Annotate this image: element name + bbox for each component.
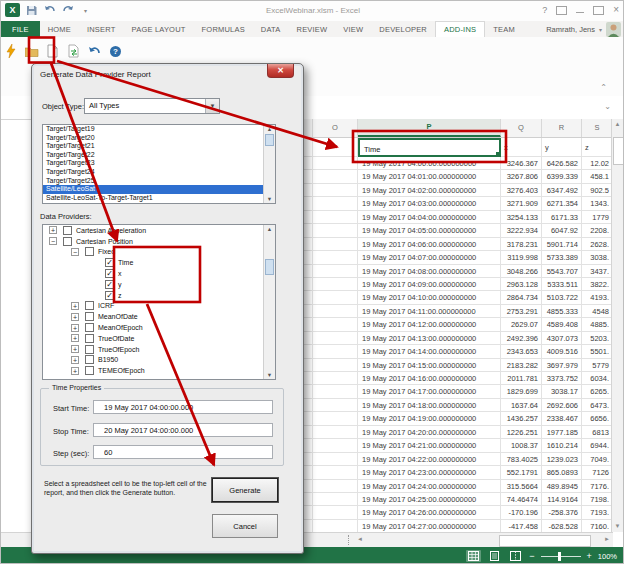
cell-time[interactable]: 19 May 2017 04:24:00.000000000: [358, 480, 501, 493]
cell-z[interactable]: 12.02: [582, 157, 613, 170]
cell[interactable]: [313, 385, 358, 398]
cell-y[interactable]: 4009.516: [542, 345, 582, 358]
tab-add-ins[interactable]: ADD-INS: [435, 21, 485, 37]
checkbox-meanofdate[interactable]: [85, 312, 94, 321]
zoom-slider[interactable]: [541, 556, 581, 557]
list-item-target-target22[interactable]: Target/Target22: [43, 151, 275, 160]
cell-y[interactable]: 5333.511: [542, 278, 582, 291]
checkbox-cartesian-position[interactable]: [63, 237, 72, 246]
cell-z[interactable]: 7176.: [582, 480, 613, 493]
expand-icon[interactable]: +: [49, 226, 57, 234]
checkbox-trueofdate[interactable]: [85, 334, 94, 343]
tab-insert[interactable]: INSERT: [79, 21, 124, 37]
page-layout-view-icon[interactable]: [487, 550, 502, 562]
dropdown-arrow-icon[interactable]: ▼: [205, 99, 219, 113]
minimize-icon[interactable]: [576, 12, 584, 13]
cell-x[interactable]: 783.4025: [501, 453, 542, 466]
cell-time[interactable]: 19 May 2017 04:21:00.000000000: [358, 439, 501, 452]
tree-scrollbar[interactable]: ▲ ▼: [263, 225, 275, 379]
cell-z[interactable]: 7049.: [582, 453, 613, 466]
tab-home[interactable]: HOME: [40, 21, 79, 37]
cell[interactable]: [313, 318, 358, 331]
list-item-target-target25[interactable]: Target/Target25: [43, 177, 275, 186]
listbox-scroll-thumb[interactable]: [265, 134, 274, 146]
cell-x[interactable]: 74.46474: [501, 493, 542, 506]
list-item-target-target20[interactable]: Target/Target20: [43, 134, 275, 143]
cell[interactable]: [313, 493, 358, 506]
cell-time[interactable]: 19 May 2017 04:03:00.000000000: [358, 197, 501, 210]
cell[interactable]: [313, 332, 358, 345]
data-providers-tree[interactable]: +Cartesian Acceleration−Cartesian Positi…: [42, 224, 276, 380]
cell-y[interactable]: 6047.92: [542, 224, 582, 237]
cell-x[interactable]: 552.1791: [501, 466, 542, 479]
selected-cell-time-header[interactable]: Time: [358, 138, 501, 157]
cell-x[interactable]: 3178.231: [501, 238, 542, 251]
tab-data[interactable]: DATA: [253, 21, 289, 37]
cell-x[interactable]: 3246.367: [501, 157, 542, 170]
list-item-target-target19[interactable]: Target/Target19: [43, 125, 275, 134]
cell-y[interactable]: 1977.185: [542, 426, 582, 439]
cell[interactable]: [313, 157, 358, 170]
tree-item-fixed[interactable]: −Fixed: [43, 247, 275, 258]
cell[interactable]: [313, 291, 358, 304]
cell[interactable]: [313, 224, 358, 237]
cell-time[interactable]: 19 May 2017 04:20:00.000000000: [358, 426, 501, 439]
cell-y[interactable]: 489.8945: [542, 480, 582, 493]
cell-x[interactable]: 1829.699: [501, 385, 542, 398]
collapse-icon[interactable]: −: [71, 248, 79, 256]
cell-y[interactable]: 5733.389: [542, 251, 582, 264]
cell[interactable]: [313, 359, 358, 372]
checkbox-b1950[interactable]: [85, 355, 94, 364]
cell-time[interactable]: 19 May 2017 04:25:00.000000000: [358, 493, 501, 506]
cell-z[interactable]: 4548: [582, 305, 613, 318]
cell-x[interactable]: 3119.998: [501, 251, 542, 264]
collapse-icon[interactable]: −: [49, 237, 57, 245]
cell[interactable]: [313, 345, 358, 358]
cell[interactable]: [313, 480, 358, 493]
cell-time[interactable]: 19 May 2017 04:26:00.000000000: [358, 506, 501, 519]
checkbox-y[interactable]: ✓: [105, 280, 114, 289]
cell-z[interactable]: 2208.: [582, 224, 613, 237]
cell-y[interactable]: 114.9164: [542, 493, 582, 506]
cell-time[interactable]: 19 May 2017 04:12:00.000000000: [358, 318, 501, 331]
list-item-satellite-leosat-to-target-target1[interactable]: Satellite-LeoSat-To-Target-Target1: [43, 194, 275, 203]
tree-item-icrf[interactable]: +ICRF: [43, 301, 275, 312]
tab-team[interactable]: TEAM: [485, 21, 523, 37]
cell-x[interactable]: 2864.734: [501, 291, 542, 304]
cell-z[interactable]: 3822.: [582, 278, 613, 291]
cell[interactable]: [313, 305, 358, 318]
zoom-in-icon[interactable]: +: [587, 552, 592, 561]
zoom-level[interactable]: 100%: [598, 552, 617, 561]
cell[interactable]: [313, 197, 358, 210]
checkbox-icrf[interactable]: [85, 301, 94, 310]
zoom-out-icon[interactable]: −: [529, 552, 534, 561]
cell-time[interactable]: 19 May 2017 04:07:00.000000000: [358, 251, 501, 264]
cell[interactable]: [313, 265, 358, 278]
cell[interactable]: [313, 399, 358, 412]
tab-file[interactable]: FILE: [1, 21, 40, 37]
expand-icon[interactable]: +: [71, 302, 79, 310]
cell-y[interactable]: 6171.33: [542, 211, 582, 224]
undo-blue-icon[interactable]: [87, 42, 102, 60]
scroll-down-icon[interactable]: ▼: [264, 372, 275, 378]
avatar[interactable]: [606, 22, 621, 37]
normal-view-icon[interactable]: [466, 550, 481, 562]
cell-x[interactable]: -170.196: [501, 506, 542, 519]
cell-z[interactable]: 6656.: [582, 412, 613, 425]
cell-time[interactable]: 19 May 2017 04:16:00.000000000: [358, 372, 501, 385]
cell-time[interactable]: 19 May 2017 04:01:00.000000000: [358, 170, 501, 183]
cell[interactable]: [313, 426, 358, 439]
macro-lightning-icon[interactable]: [3, 42, 18, 60]
scroll-left-icon[interactable]: ◄: [357, 536, 363, 542]
collapse-ribbon-icon[interactable]: ⌃: [600, 83, 607, 92]
cell-z[interactable]: 458.1: [582, 170, 613, 183]
cell[interactable]: [313, 138, 358, 157]
cell-y[interactable]: 4855.333: [542, 305, 582, 318]
cell-x[interactable]: 2753.291: [501, 305, 542, 318]
cell[interactable]: [313, 412, 358, 425]
cell-y[interactable]: 3697.979: [542, 359, 582, 372]
cell-y-header[interactable]: y: [542, 138, 582, 157]
tree-item-x[interactable]: ✓x: [43, 268, 275, 279]
cell-x[interactable]: 315.5664: [501, 480, 542, 493]
cell-y[interactable]: 2692.606: [542, 399, 582, 412]
